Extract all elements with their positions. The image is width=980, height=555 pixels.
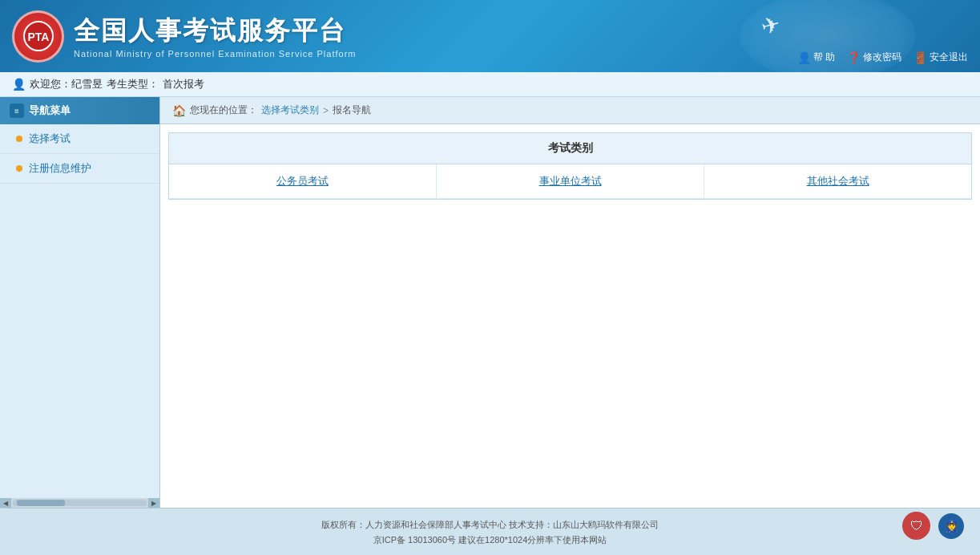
help-label: 帮 助 xyxy=(813,51,835,64)
welcome-text: 欢迎您：纪雪昱 xyxy=(30,77,103,91)
nav-menu-icon: ≡ xyxy=(10,103,24,118)
password-icon: ❓ xyxy=(847,51,861,64)
table-header: 考试类别 xyxy=(169,133,971,164)
breadcrumb: 🏠 您现在的位置： 选择考试类别 > 报名导航 xyxy=(160,97,980,124)
security-icon: 🛡 xyxy=(902,512,930,540)
logout-icon: 🚪 xyxy=(913,51,927,64)
user-icon: 👤 xyxy=(12,78,26,91)
sidebar-header: ≡ 导航菜单 xyxy=(0,97,159,124)
exam-type-label: 考生类型： xyxy=(107,77,159,91)
main-container: ≡ 导航菜单 选择考试 注册信息维护 ◀ ▶ 🏠 您现在的位置： 选择考试类别 … xyxy=(0,97,980,508)
public-institution-link[interactable]: 事业单位考试 xyxy=(539,175,602,187)
bullet-icon xyxy=(16,136,22,142)
breadcrumb-separator: > xyxy=(323,105,329,116)
help-icon: 👤 xyxy=(797,51,811,64)
svg-text:PTA: PTA xyxy=(27,30,49,43)
footer-line2: 京ICP备 13013060号 建议在1280*1024分辨率下使用本网站 xyxy=(373,534,607,546)
logout-button[interactable]: 🚪 安全退出 xyxy=(913,51,968,64)
scroll-thumb[interactable] xyxy=(17,500,65,506)
table-cell-civil-servant: 公务员考试 xyxy=(169,164,437,198)
logout-label: 安全退出 xyxy=(930,51,968,64)
breadcrumb-current-page: 报名导航 xyxy=(333,103,371,117)
police-icon: 👮 xyxy=(938,513,964,539)
scroll-left-icon[interactable]: ◀ xyxy=(0,498,11,508)
table-cell-public-institution: 事业单位考试 xyxy=(437,164,704,198)
change-password-button[interactable]: ❓ 修改密码 xyxy=(847,51,901,64)
info-bar: 👤 欢迎您：纪雪昱 考生类型： 首次报考 xyxy=(0,72,980,97)
logo-text: 全国人事考试服务平台 National Ministry of Personne… xyxy=(74,14,356,59)
table-title: 考试类别 xyxy=(548,141,593,154)
other-social-link[interactable]: 其他社会考试 xyxy=(807,175,869,187)
sidebar-scrollbar[interactable]: ◀ ▶ xyxy=(0,498,159,508)
content-area: 🏠 您现在的位置： 选择考试类别 > 报名导航 考试类别 公务员考试 事业单位考… xyxy=(160,97,980,508)
exam-table: 考试类别 公务员考试 事业单位考试 其他社会考试 xyxy=(168,132,972,200)
logo-icon: PTA xyxy=(12,10,64,63)
site-subtitle: National Ministry of Personnel Examinati… xyxy=(74,49,356,59)
change-password-label: 修改密码 xyxy=(863,51,901,64)
table-cell-other-social: 其他社会考试 xyxy=(704,164,971,198)
header: ✈ PTA 全国人事考试服务平台 National Ministry of Pe… xyxy=(0,0,980,72)
sidebar-item-register-info[interactable]: 注册信息维护 xyxy=(0,154,159,184)
footer-line1: 版权所有：人力资源和社会保障部人事考试中心 技术支持：山东山大鸥玛软件有限公司 xyxy=(321,519,659,531)
logo-area: PTA 全国人事考试服务平台 National Ministry of Pers… xyxy=(12,10,356,63)
footer-icons: 🛡 👮 xyxy=(902,512,964,540)
help-button[interactable]: 👤 帮 助 xyxy=(797,51,835,64)
home-icon: 🏠 xyxy=(172,104,186,117)
sidebar-item-label: 选择考试 xyxy=(29,132,71,146)
exam-type-value: 首次报考 xyxy=(163,77,204,91)
sidebar-item-label: 注册信息维护 xyxy=(29,161,91,176)
footer: 版权所有：人力资源和社会保障部人事考试中心 技术支持：山东山大鸥玛软件有限公司 … xyxy=(0,508,980,555)
bullet-icon xyxy=(16,165,22,172)
breadcrumb-current-label: 您现在的位置： xyxy=(190,103,257,117)
civil-servant-link[interactable]: 公务员考试 xyxy=(276,175,329,187)
footer-wrapper: 版权所有：人力资源和社会保障部人事考试中心 技术支持：山东山大鸥玛软件有限公司 … xyxy=(0,508,980,555)
scroll-track xyxy=(13,500,147,506)
scroll-right-icon[interactable]: ▶ xyxy=(148,498,159,508)
breadcrumb-link-exam-type[interactable]: 选择考试类别 xyxy=(261,103,319,117)
site-title: 全国人事考试服务平台 xyxy=(74,14,356,49)
nav-menu-label: 导航菜单 xyxy=(29,103,71,118)
header-actions: 👤 帮 助 ❓ 修改密码 🚪 安全退出 xyxy=(797,51,968,64)
exam-table-container: 考试类别 公务员考试 事业单位考试 其他社会考试 易贤网 易贤网 xyxy=(160,124,980,508)
table-row: 公务员考试 事业单位考试 其他社会考试 xyxy=(169,164,971,199)
sidebar-item-select-exam[interactable]: 选择考试 xyxy=(0,124,159,154)
sidebar: ≡ 导航菜单 选择考试 注册信息维护 ◀ ▶ xyxy=(0,97,160,508)
